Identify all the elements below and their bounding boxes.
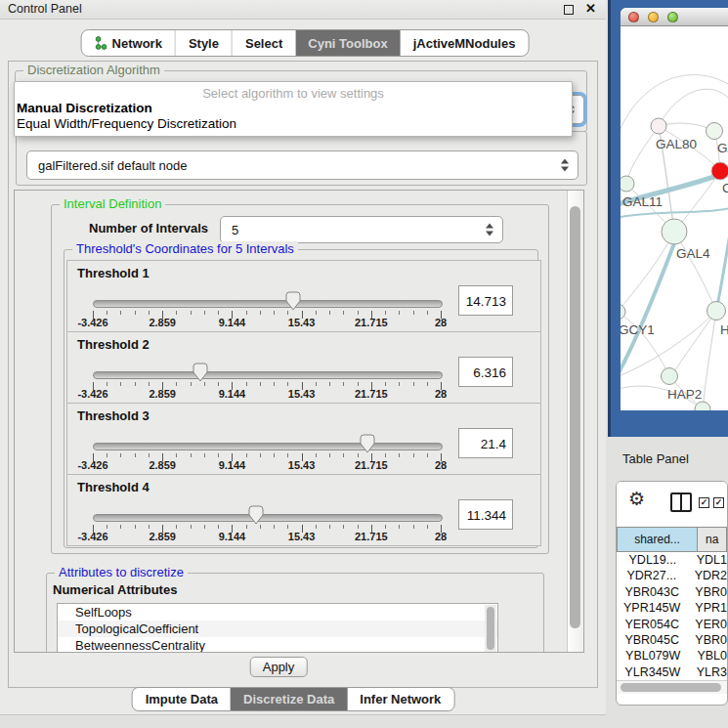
checkbox-checked-icon[interactable]: ✓ (699, 497, 709, 508)
table-rows: YDL19...YDL1YDR27...YDR2YBR043CYBR0YPR14… (617, 552, 727, 680)
tab-network[interactable]: Network (82, 30, 175, 56)
slider-track[interactable] (93, 443, 443, 450)
network-edge[interactable] (621, 243, 674, 380)
table-data-combobox[interactable]: galFiltered.sif default node (26, 150, 578, 180)
bottom-tab-impute-data[interactable]: Impute Data (133, 688, 231, 710)
tick-mark (218, 453, 219, 457)
threshold-value-field[interactable]: 14.713 (458, 285, 513, 316)
attributes-scrollbar[interactable] (485, 605, 496, 653)
table-row[interactable]: YER054CYER0 (617, 617, 727, 632)
number-of-intervals-value: 5 (232, 223, 238, 237)
slider-handle[interactable] (285, 291, 301, 315)
table-hscrollbar-thumb[interactable] (621, 683, 721, 692)
network-node-c[interactable] (711, 162, 728, 180)
zoom-light[interactable] (667, 12, 678, 22)
slider-track[interactable] (93, 371, 443, 379)
node-label: HAP2 (667, 387, 702, 402)
table-row[interactable]: YDL19...YDL1 (617, 552, 727, 568)
network-edge[interactable] (621, 232, 674, 312)
close-light[interactable] (628, 12, 639, 22)
float-window-icon[interactable] (564, 5, 574, 15)
interval-definition-group: Interval Definition Number of Intervals … (51, 204, 549, 554)
tab-select[interactable]: Select (232, 30, 295, 56)
table-horizontal-scrollbar[interactable] (617, 680, 727, 694)
attribute-item-selfloops[interactable]: SelfLoops (58, 604, 497, 621)
settings-scrollbar-thumb[interactable] (570, 206, 580, 628)
tick-mark (120, 525, 121, 529)
slider-track[interactable] (93, 300, 443, 308)
network-edge[interactable] (626, 126, 659, 184)
network-node-gal4[interactable] (662, 219, 687, 244)
bottom-tab-infer-network[interactable]: Infer Network (347, 688, 453, 710)
screen: Control Panel ✕ NetworkStyleSelectCyni T… (0, 0, 728, 728)
column-header-na[interactable]: na (698, 527, 727, 552)
tick-mark (191, 382, 192, 386)
cell-name: YPR1 (687, 600, 727, 616)
network-edge[interactable] (703, 311, 716, 409)
tick-label: 15.43 (288, 317, 316, 328)
number-of-intervals-combobox[interactable]: 5 (220, 216, 503, 243)
network-edge[interactable] (716, 234, 728, 311)
network-node-gal80[interactable] (651, 118, 666, 134)
table-row[interactable]: YLR345WYLR3 (617, 664, 727, 680)
close-panel-icon[interactable]: ✕ (585, 1, 596, 16)
tick-mark (385, 453, 386, 457)
table-row[interactable]: YBL079WYBL0 (617, 648, 727, 664)
network-node-ga[interactable] (707, 123, 723, 140)
tick-mark (176, 382, 177, 386)
control-panel-titlebar: Control Panel ✕ (0, 0, 606, 20)
network-edge[interactable] (621, 208, 728, 218)
tick-mark (260, 382, 261, 386)
network-graph: GAL80GACGAL11GAL4GCY1HHAP2 (621, 26, 728, 410)
gear-icon[interactable]: ⚙ (628, 490, 645, 509)
minimize-light[interactable] (648, 12, 659, 22)
threshold-value-field[interactable]: 21.4 (458, 428, 513, 458)
attribute-item-betweennesscentrality[interactable]: BetweennessCentrality (58, 637, 497, 653)
slider-handle[interactable] (360, 434, 375, 457)
network-edge[interactable] (674, 232, 716, 311)
slider-handle-icon (248, 505, 264, 525)
network-window: GAL80GACGAL11GAL4GCY1HHAP2 (621, 8, 728, 410)
threshold-value-field[interactable]: 11.344 (458, 499, 513, 530)
tick-mark (329, 311, 330, 315)
network-window-titlebar[interactable] (621, 8, 728, 26)
tab-jactivemnodules[interactable]: jActiveMNodules (401, 30, 529, 56)
table-row[interactable]: YBR045CYBR0 (617, 632, 727, 648)
bottom-tab-discretize-data[interactable]: Discretize Data (231, 688, 347, 710)
attributes-scrollbar-thumb[interactable] (487, 607, 494, 650)
network-edge[interactable] (659, 89, 728, 126)
network-node-h[interactable] (707, 302, 726, 321)
split-view-icon[interactable] (670, 492, 692, 512)
numerical-attributes-list[interactable]: SelfLoopsTopologicalCoefficientBetweenne… (57, 603, 498, 653)
slider-handle[interactable] (248, 505, 264, 529)
checkbox-checked-icon[interactable]: ✓ (713, 497, 724, 508)
network-canvas[interactable]: GAL80GACGAL11GAL4GCY1HHAP2 (621, 26, 728, 410)
settings-scrollbar[interactable] (567, 191, 583, 652)
table-row[interactable]: YPR145WYPR1 (617, 600, 727, 616)
network-node-gal11[interactable] (621, 176, 634, 192)
threshold-value-field[interactable]: 6.316 (458, 357, 513, 387)
slider-track[interactable] (93, 514, 443, 522)
table-row[interactable]: YBR043CYBR0 (617, 584, 727, 600)
dropdown-option-equal-width-frequency-discretization[interactable]: Equal Width/Frequency Discretization (17, 116, 236, 131)
column-header-shared-[interactable]: shared... (617, 527, 698, 552)
tick-mark (274, 453, 275, 457)
tick-mark (149, 382, 150, 386)
attribute-item-topologicalcoefficient[interactable]: TopologicalCoefficient (58, 621, 497, 637)
tab-label: Select (245, 36, 282, 51)
dropdown-option-manual-discretization[interactable]: Manual Discretization (17, 101, 152, 115)
tick-label: 9.144 (219, 388, 246, 400)
tick-mark (149, 311, 150, 315)
cell-name: YBR0 (687, 584, 727, 600)
tick-mark (107, 311, 107, 315)
table-row[interactable]: YDR27...YDR2 (617, 568, 727, 583)
tab-cyni-toolbox[interactable]: Cyni Toolbox (295, 30, 400, 56)
network-node-hap2[interactable] (662, 368, 678, 385)
tick-mark (316, 525, 317, 529)
tab-style[interactable]: Style (175, 30, 232, 56)
slider-handle[interactable] (193, 363, 208, 386)
network-node[interactable] (695, 402, 710, 410)
tick-label: 21.715 (355, 388, 388, 400)
apply-button[interactable]: Apply (250, 657, 308, 677)
threshold-row-2: Threshold 2-3.4262.8599.14415.4321.71528… (66, 331, 541, 404)
